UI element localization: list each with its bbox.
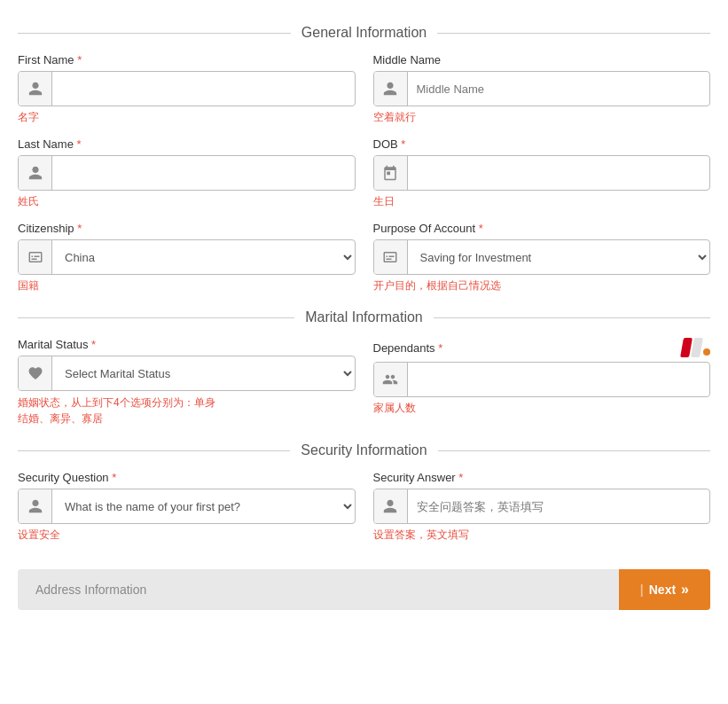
- purpose-select[interactable]: Saving for Investment Daily Banking Busi…: [408, 240, 710, 274]
- dob-required: *: [401, 137, 405, 151]
- brand-logo: [682, 338, 710, 357]
- person-icon-middle: [374, 72, 408, 106]
- last-name-label: Last Name *: [18, 137, 356, 151]
- dob-input[interactable]: 11/03/1983: [408, 156, 710, 190]
- dependants-header: Dependants *: [373, 338, 711, 357]
- person-icon-last: [19, 156, 52, 190]
- security-answer-input-wrapper: [373, 489, 711, 524]
- marital-info-header: Marital Information: [18, 309, 710, 325]
- security-question-annotation: 设置安全: [18, 528, 356, 543]
- security-info-header: Security Information: [18, 442, 710, 458]
- first-name-input[interactable]: MeiGuZhijia: [52, 72, 355, 106]
- row-name: First Name * MeiGuZhijia 名字 Middle Name …: [18, 53, 710, 125]
- person-icon-answer: [374, 489, 408, 523]
- id-icon-purpose: [374, 240, 408, 274]
- marital-select[interactable]: Select Marital Status Single Married Div…: [52, 356, 355, 390]
- col-first-name: First Name * MeiGuZhijia 名字: [18, 53, 356, 125]
- middle-name-annotation: 空着就行: [373, 110, 711, 125]
- security-answer-required: *: [458, 471, 463, 484]
- security-question-input-wrapper: What is the name of your first pet? What…: [18, 489, 356, 524]
- security-answer-annotation: 设置答案，英文填写: [373, 528, 711, 543]
- address-info-label: Address Information: [18, 569, 619, 610]
- dob-label: DOB *: [373, 137, 711, 151]
- row-lastname-dob: Last Name * MeiGuBaiKe 姓氏 DOB * 11/03/19…: [18, 137, 710, 209]
- purpose-annotation: 开户目的，根据自己情况选: [373, 278, 711, 293]
- col-citizenship: Citizenship * China USA UK Other 国籍: [18, 222, 356, 293]
- person-icon-security: [19, 489, 52, 523]
- dependants-input[interactable]: 3: [408, 363, 710, 396]
- col-last-name: Last Name * MeiGuBaiKe 姓氏: [18, 137, 356, 209]
- last-name-annotation: 姓氏: [18, 194, 356, 209]
- col-dob: DOB * 11/03/1983 生日: [373, 137, 711, 209]
- next-button[interactable]: | Next »: [619, 569, 710, 610]
- marital-required: *: [91, 338, 96, 351]
- col-security-question: Security Question * What is the name of …: [18, 471, 356, 543]
- dependants-input-wrapper: 3: [373, 362, 711, 397]
- last-name-required: *: [77, 137, 82, 151]
- security-question-required: *: [112, 471, 116, 484]
- col-marital: Marital Status * Select Marital Status S…: [18, 338, 356, 426]
- dob-annotation: 生日: [373, 194, 711, 209]
- citizenship-input-wrapper: China USA UK Other: [18, 239, 356, 275]
- security-answer-input[interactable]: [408, 489, 710, 523]
- calendar-icon: [374, 156, 408, 190]
- dependants-label: Dependants *: [373, 341, 443, 355]
- marital-label: Marital Status *: [18, 338, 356, 351]
- col-purpose: Purpose Of Account * Saving for Investme…: [373, 222, 711, 293]
- bottom-nav: Address Information | Next »: [18, 569, 710, 610]
- dependants-annotation: 家属人数: [373, 401, 711, 416]
- dependants-required: *: [438, 341, 442, 355]
- first-name-label: First Name *: [18, 53, 356, 66]
- person-icon: [19, 72, 52, 106]
- last-name-input[interactable]: MeiGuBaiKe: [52, 156, 355, 190]
- security-question-select[interactable]: What is the name of your first pet? What…: [52, 489, 355, 523]
- first-name-required: *: [77, 53, 82, 66]
- security-answer-label: Security Answer *: [373, 471, 711, 484]
- row-marital-dependants: Marital Status * Select Marital Status S…: [18, 338, 710, 426]
- citizenship-label: Citizenship *: [18, 222, 356, 235]
- row-citizenship-purpose: Citizenship * China USA UK Other 国籍 Purp…: [18, 222, 710, 293]
- purpose-input-wrapper: Saving for Investment Daily Banking Busi…: [373, 239, 711, 275]
- row-security: Security Question * What is the name of …: [18, 471, 710, 543]
- col-dependants: Dependants * 3 家属人数: [373, 338, 711, 426]
- marital-annotation: 婚姻状态，从上到下4个选项分别为：单身结婚、离异、寡居: [18, 395, 356, 426]
- last-name-input-wrapper: MeiGuBaiKe: [18, 155, 356, 191]
- middle-name-label: Middle Name: [373, 53, 711, 66]
- purpose-label: Purpose Of Account *: [373, 222, 711, 235]
- id-icon: [19, 240, 52, 274]
- citizenship-required: *: [77, 222, 82, 235]
- general-info-header: General Information: [18, 25, 710, 41]
- group-icon: [374, 363, 408, 396]
- marital-input-wrapper: Select Marital Status Single Married Div…: [18, 356, 356, 391]
- first-name-input-wrapper: MeiGuZhijia: [18, 71, 356, 106]
- col-middle-name: Middle Name 空着就行: [373, 53, 711, 125]
- citizenship-annotation: 国籍: [18, 278, 356, 293]
- dob-input-wrapper: 11/03/1983: [373, 155, 711, 191]
- first-name-annotation: 名字: [18, 110, 356, 125]
- col-security-answer: Security Answer * 设置答案，英文填写: [373, 471, 711, 543]
- security-question-label: Security Question *: [18, 471, 356, 484]
- middle-name-input[interactable]: [408, 72, 710, 106]
- heart-icon: [19, 356, 52, 390]
- citizenship-select[interactable]: China USA UK Other: [52, 240, 355, 274]
- middle-name-input-wrapper: [373, 71, 711, 106]
- purpose-required: *: [479, 222, 483, 235]
